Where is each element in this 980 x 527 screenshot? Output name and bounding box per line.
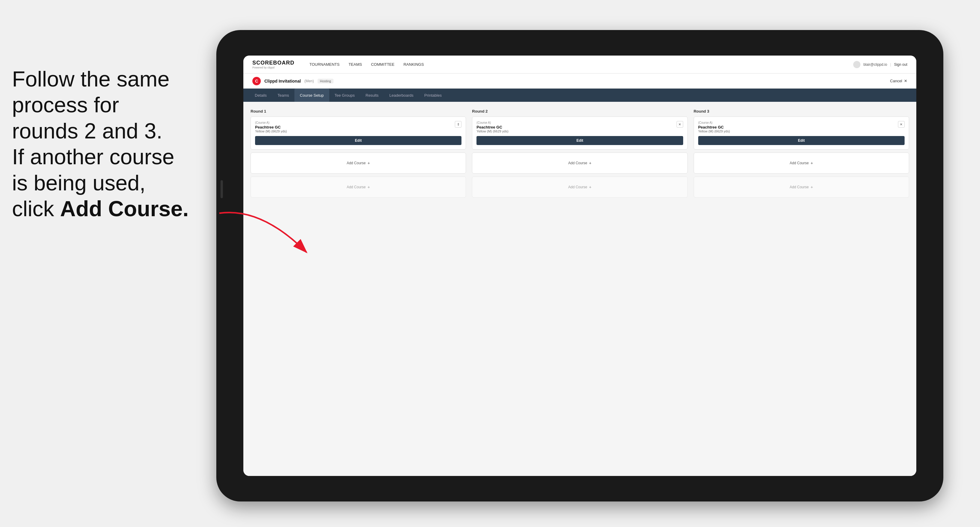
round-3-plus-icon-2: + bbox=[811, 185, 813, 189]
tournament-gender: (Men) bbox=[304, 79, 313, 83]
round-2-add-course-2: Add Course + bbox=[472, 176, 687, 198]
round-1-expand-icon[interactable]: ⇕ bbox=[455, 121, 461, 128]
tab-teams[interactable]: Teams bbox=[272, 89, 294, 102]
round-2-label: Round 2 bbox=[472, 109, 687, 114]
tab-course-setup[interactable]: Course Setup bbox=[294, 89, 329, 102]
nav-tournaments[interactable]: TOURNAMENTS bbox=[309, 61, 339, 68]
scoreboard-logo: SCOREBOARD Powered by clippd bbox=[252, 60, 294, 69]
round-1-label: Round 1 bbox=[251, 109, 466, 114]
tablet-side-button bbox=[221, 180, 223, 198]
round-2-edit-button[interactable]: Edit bbox=[476, 136, 683, 145]
page-tabs: Details Teams Course Setup Tee Groups Re… bbox=[243, 89, 916, 102]
user-avatar bbox=[853, 61, 861, 68]
round-1-edit-button[interactable]: Edit bbox=[255, 136, 461, 145]
round-2-course-tee: Yellow (M) (6629 yds) bbox=[476, 129, 508, 133]
round-3-course-icons: ✕ bbox=[898, 121, 905, 128]
round-2-course-card: (Course A) Peachtree GC Yellow (M) (6629… bbox=[472, 116, 687, 149]
tab-printables[interactable]: Printables bbox=[419, 89, 447, 102]
sub-header-left: C Clippd Invitational (Men) Hosting bbox=[252, 77, 334, 85]
round-2-course-name: Peachtree GC bbox=[476, 125, 508, 129]
round-2-column: Round 2 (Course A) Peachtree GC Yellow (… bbox=[472, 109, 687, 201]
round-1-plus-icon-2: + bbox=[368, 185, 370, 189]
user-email: blair@clippd.io bbox=[864, 62, 887, 67]
cancel-x-icon: ✕ bbox=[904, 79, 907, 83]
round-2-course-label: (Course A) bbox=[476, 121, 508, 124]
round-3-add-course-1[interactable]: Add Course + bbox=[694, 152, 909, 173]
sign-out-link[interactable]: Sign out bbox=[894, 62, 907, 67]
round-3-column: Round 3 (Course A) Peachtree GC Yellow (… bbox=[694, 109, 909, 201]
nav-committee[interactable]: COMMITTEE bbox=[371, 61, 395, 68]
round-1-add-course-label-2: Add Course + bbox=[347, 185, 370, 189]
round-1-column: Round 1 (Course A) Peachtree GC Yellow (… bbox=[251, 109, 466, 201]
round-3-delete-icon[interactable]: ✕ bbox=[898, 121, 905, 128]
round-3-edit-button[interactable]: Edit bbox=[698, 136, 905, 145]
top-nav: SCOREBOARD Powered by clippd TOURNAMENTS… bbox=[243, 56, 916, 73]
round-3-plus-icon-1: + bbox=[811, 161, 813, 165]
round-1-course-tee: Yellow (M) (6629 yds) bbox=[255, 129, 287, 133]
tab-details[interactable]: Details bbox=[249, 89, 272, 102]
rounds-container: Round 1 (Course A) Peachtree GC Yellow (… bbox=[251, 109, 909, 201]
round-2-add-course-label-2: Add Course + bbox=[568, 185, 592, 189]
round-1-add-course-1[interactable]: Add Course + bbox=[251, 152, 466, 173]
round-3-add-course-2: Add Course + bbox=[694, 176, 909, 198]
round-3-label: Round 3 bbox=[694, 109, 909, 114]
tab-leaderboards[interactable]: Leaderboards bbox=[384, 89, 419, 102]
nav-rankings[interactable]: RANKINGS bbox=[404, 61, 424, 68]
instruction-line1: Follow the same bbox=[12, 67, 169, 91]
tablet-screen: SCOREBOARD Powered by clippd TOURNAMENTS… bbox=[243, 56, 916, 476]
round-1-course-card: (Course A) Peachtree GC Yellow (M) (6629… bbox=[251, 116, 466, 149]
round-1-course-icons: ⇕ bbox=[455, 121, 461, 128]
round-3-add-course-label-2: Add Course + bbox=[790, 185, 813, 189]
round-2-course-info: (Course A) Peachtree GC Yellow (M) (6629… bbox=[476, 121, 508, 133]
round-1-card-header: (Course A) Peachtree GC Yellow (M) (6629… bbox=[255, 121, 461, 133]
round-1-course-name: Peachtree GC bbox=[255, 125, 287, 129]
tab-results[interactable]: Results bbox=[360, 89, 384, 102]
round-3-course-label: (Course A) bbox=[698, 121, 730, 124]
round-3-course-card: (Course A) Peachtree GC Yellow (M) (6629… bbox=[694, 116, 909, 149]
cancel-button[interactable]: Cancel ✕ bbox=[890, 79, 907, 83]
logo-main: SCOREBOARD bbox=[252, 60, 294, 66]
round-2-add-course-1[interactable]: Add Course + bbox=[472, 152, 687, 173]
round-2-plus-icon-2: + bbox=[589, 185, 592, 189]
round-3-course-tee: Yellow (M) (6629 yds) bbox=[698, 129, 730, 133]
round-3-add-course-label-1: Add Course + bbox=[790, 161, 813, 165]
instruction-line6-bold: Add Course. bbox=[60, 197, 189, 221]
hosting-badge: Hosting bbox=[318, 79, 334, 84]
logo-sub: Powered by clippd bbox=[252, 66, 294, 69]
nav-teams[interactable]: TEAMS bbox=[348, 61, 362, 68]
round-1-course-info: (Course A) Peachtree GC Yellow (M) (6629… bbox=[255, 121, 287, 133]
instruction-line4: If another course bbox=[12, 145, 174, 169]
round-1-course-label: (Course A) bbox=[255, 121, 287, 124]
round-1-add-course-label-1: Add Course + bbox=[347, 161, 370, 165]
instruction-line6-prefix: click bbox=[12, 197, 60, 221]
round-2-course-icons: ✕ bbox=[676, 121, 683, 128]
main-content: Round 1 (Course A) Peachtree GC Yellow (… bbox=[243, 102, 916, 476]
nav-right: blair@clippd.io | Sign out bbox=[853, 61, 907, 68]
round-2-add-course-label-1: Add Course + bbox=[568, 161, 592, 165]
round-2-delete-icon[interactable]: ✕ bbox=[676, 121, 683, 128]
tablet-frame: SCOREBOARD Powered by clippd TOURNAMENTS… bbox=[216, 30, 943, 502]
round-3-card-header: (Course A) Peachtree GC Yellow (M) (6629… bbox=[698, 121, 905, 133]
round-3-course-info: (Course A) Peachtree GC Yellow (M) (6629… bbox=[698, 121, 730, 133]
tournament-name: Clippd Invitational bbox=[264, 79, 301, 84]
round-2-card-header: (Course A) Peachtree GC Yellow (M) (6629… bbox=[476, 121, 683, 133]
instruction-line2: process for bbox=[12, 93, 119, 117]
tab-tee-groups[interactable]: Tee Groups bbox=[329, 89, 360, 102]
nav-divider: | bbox=[890, 62, 891, 67]
round-2-plus-icon-1: + bbox=[589, 161, 592, 165]
sub-header: C Clippd Invitational (Men) Hosting Canc… bbox=[243, 73, 916, 89]
round-1-plus-icon-1: + bbox=[368, 161, 370, 165]
round-1-add-course-2: Add Course + bbox=[251, 176, 466, 198]
round-3-course-name: Peachtree GC bbox=[698, 125, 730, 129]
instruction-line3: rounds 2 and 3. bbox=[12, 119, 162, 143]
instruction-line5: is being used, bbox=[12, 171, 145, 195]
instruction-text: Follow the same process for rounds 2 and… bbox=[0, 54, 210, 233]
nav-links: TOURNAMENTS TEAMS COMMITTEE RANKINGS bbox=[309, 61, 841, 68]
clippd-logo: C bbox=[252, 77, 261, 85]
